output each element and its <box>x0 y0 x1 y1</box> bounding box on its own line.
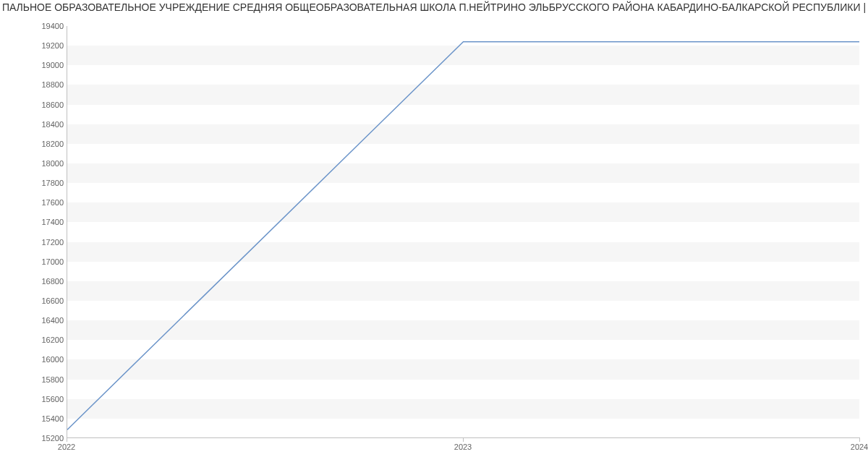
chart-title: ПАЛЬНОЕ ОБРАЗОВАТЕЛЬНОЕ УЧРЕЖДЕНИЕ СРЕДН… <box>0 0 868 13</box>
x-tick-label: 2022 <box>58 443 75 451</box>
x-tick <box>67 437 67 442</box>
plot-area <box>67 26 859 438</box>
y-tick-label: 17600 <box>6 198 64 207</box>
y-tick-label: 18600 <box>6 101 64 109</box>
y-tick-label: 18800 <box>6 80 64 89</box>
y-tick-label: 16600 <box>6 296 64 305</box>
x-tick <box>859 437 860 442</box>
y-tick-label: 15800 <box>6 375 64 384</box>
y-tick-label: 18000 <box>6 159 64 168</box>
y-tick-label: 15200 <box>6 434 64 443</box>
y-tick-label: 17000 <box>6 257 64 266</box>
y-tick-label: 16000 <box>6 355 64 364</box>
x-tick <box>463 437 464 442</box>
y-tick-label: 15600 <box>6 395 64 403</box>
y-tick-label: 17400 <box>6 218 64 226</box>
y-tick-label: 17200 <box>6 238 64 247</box>
y-tick-label: 16400 <box>6 316 64 325</box>
y-tick-label: 18400 <box>6 120 64 129</box>
y-tick-label: 16800 <box>6 277 64 286</box>
x-tick-label: 2023 <box>454 443 472 451</box>
y-tick-label: 17800 <box>6 179 64 187</box>
chart-container: 1520015400156001580016000162001640016600… <box>0 16 868 470</box>
y-tick-label: 16200 <box>6 336 64 344</box>
y-tick-label: 19000 <box>6 61 64 69</box>
line-series <box>67 26 859 437</box>
y-tick-label: 15400 <box>6 414 64 423</box>
y-tick-label: 19400 <box>6 22 64 30</box>
y-tick-label: 18200 <box>6 140 64 148</box>
x-tick-label: 2024 <box>851 443 868 451</box>
y-tick-label: 19200 <box>6 41 64 50</box>
